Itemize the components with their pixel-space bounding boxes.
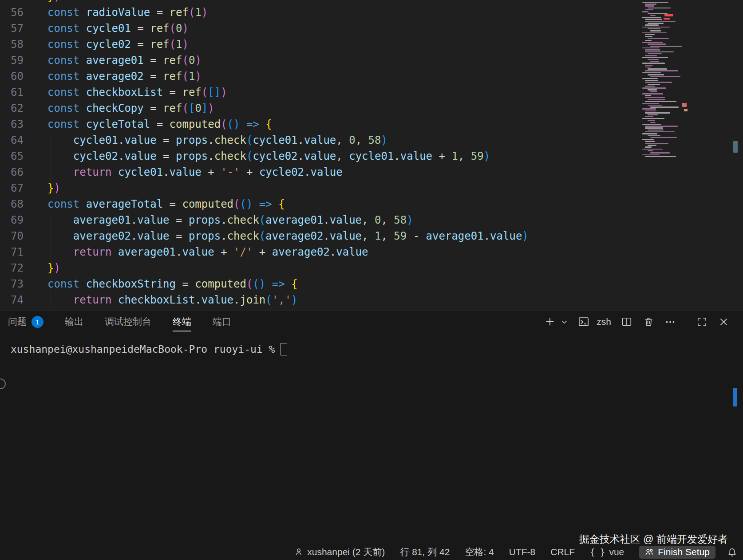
more-actions-ellipsis-button[interactable] (664, 315, 676, 328)
terminal-prompt-text: xushanpei@xushanpeideMacBook-Pro ruoyi-u… (11, 343, 275, 355)
terminal-cursor (281, 343, 287, 355)
line-number: 60 (0, 68, 24, 84)
code-lines[interactable]: 55})56const radioValue = ref(1)57const c… (0, 0, 685, 308)
code-line[interactable]: 57const cycle01 = ref(0) (0, 20, 685, 36)
notifications-bell-button[interactable] (723, 544, 743, 560)
terminal-profile-chevron-down-icon[interactable] (560, 315, 568, 328)
panel-tabs: 问题 1 输出 调试控制台 终端 端口 (8, 311, 231, 332)
line-number: 55 (0, 0, 24, 4)
indentation-label: 空格: 4 (465, 546, 494, 558)
language-mode-label: vue (609, 547, 624, 557)
eol-item[interactable]: CRLF (543, 544, 582, 560)
code-line[interactable]: 63const cycleTotal = computed(() => { (0, 116, 685, 132)
code-line[interactable]: 58const cycle02 = ref(1) (0, 36, 685, 52)
code-line[interactable]: 56const radioValue = ref(1) (0, 4, 685, 20)
tab-output[interactable]: 输出 (65, 311, 83, 332)
line-number: 65 (0, 148, 24, 164)
indentation-item[interactable]: 空格: 4 (457, 544, 501, 560)
tab-output-label: 输出 (65, 315, 83, 328)
finish-setup-item[interactable]: Finish Setup (639, 546, 715, 559)
language-mode-item[interactable]: { } vue (582, 544, 632, 560)
new-terminal-button[interactable] (544, 315, 556, 328)
maximize-panel-button[interactable] (696, 315, 708, 328)
problems-count-badge: 1 (32, 316, 43, 328)
tab-ports[interactable]: 端口 (213, 311, 231, 332)
tab-debug-console[interactable]: 调试控制台 (105, 311, 151, 332)
encoding-label: UTF-8 (509, 547, 536, 557)
code-line[interactable]: 73const checkboxString = computed(() => … (0, 276, 685, 292)
eol-label: CRLF (550, 547, 575, 557)
vscode-window: 55})56const radioValue = ref(1)57const c… (0, 0, 743, 560)
line-number: 74 (0, 292, 24, 308)
toolbar-divider (686, 316, 686, 327)
line-number: 56 (0, 4, 24, 20)
kill-terminal-trash-button[interactable] (642, 315, 655, 328)
line-number: 69 (0, 212, 24, 228)
line-number: 62 (0, 100, 24, 116)
terminal-scrollbar-thumb[interactable] (733, 388, 737, 406)
code-line[interactable]: 61const checkboxList = ref([]) (0, 84, 685, 100)
split-terminal-button[interactable] (620, 315, 633, 328)
line-number: 61 (0, 84, 24, 100)
code-line[interactable]: 72}) (0, 260, 685, 276)
finish-setup-label: Finish Setup (658, 547, 710, 557)
status-bar: xushanpei (2 天前) 行 81, 列 42 空格: 4 UTF-8 … (0, 544, 743, 560)
code-line[interactable]: 64 cycle01.value = props.check(cycle01.v… (0, 132, 685, 148)
shell-name-label[interactable]: zsh (597, 316, 611, 327)
line-number: 57 (0, 20, 24, 36)
minimap-warning-mark (684, 109, 688, 111)
minimap-warning-mark (682, 103, 687, 107)
cursor-position-label: 行 81, 列 42 (400, 546, 450, 558)
code-line[interactable]: 66 return cycle01.value + '-' + cycle02.… (0, 164, 685, 180)
line-number: 63 (0, 116, 24, 132)
code-line[interactable]: 60const average02 = ref(1) (0, 68, 685, 84)
overview-ruler-mark (733, 141, 738, 153)
people-icon (645, 548, 654, 556)
terminal-actions: zsh (544, 315, 743, 328)
tab-ports-label: 端口 (213, 315, 231, 328)
code-line[interactable]: 65 cycle02.value = props.check(cycle02.v… (0, 148, 685, 164)
line-number: 59 (0, 52, 24, 68)
terminal-content[interactable]: xushanpei@xushanpeideMacBook-Pro ruoyi-u… (0, 343, 743, 355)
minimap-error-mark (664, 18, 670, 20)
line-number: 73 (0, 276, 24, 292)
terminal-panel: 问题 1 输出 调试控制台 终端 端口 (0, 311, 743, 544)
person-icon (294, 548, 303, 556)
encoding-item[interactable]: UTF-8 (502, 544, 543, 560)
code-line[interactable]: 68const averageTotal = computed(() => { (0, 196, 685, 212)
code-line[interactable]: 67}) (0, 180, 685, 196)
tab-problems[interactable]: 问题 1 (8, 311, 43, 332)
close-panel-button[interactable] (717, 315, 730, 328)
tab-terminal-label: 终端 (173, 315, 191, 328)
code-line[interactable]: 62const checkCopy = ref([0]) (0, 100, 685, 116)
tab-debug-console-label: 调试控制台 (105, 315, 151, 328)
cursor-position-item[interactable]: 行 81, 列 42 (392, 544, 457, 560)
code-editor[interactable]: 55})56const radioValue = ref(1)57const c… (0, 0, 743, 311)
code-line[interactable]: 59const average01 = ref(0) (0, 52, 685, 68)
terminal-command-decoration (0, 379, 6, 389)
tab-terminal[interactable]: 终端 (173, 311, 191, 332)
minimap[interactable] (642, 1, 696, 157)
braces-icon: { } (590, 547, 605, 557)
terminal-icon[interactable] (577, 315, 590, 328)
code-line[interactable]: 69 average01.value = props.check(average… (0, 212, 685, 228)
minimap-code (642, 2, 696, 158)
minimap-error-mark (664, 14, 673, 16)
code-line[interactable]: 70 average02.value = props.check(average… (0, 228, 685, 244)
git-blame-label: xushanpei (2 天前) (307, 546, 385, 558)
line-number: 72 (0, 260, 24, 276)
code-line[interactable]: 71 return average01.value + '/' + averag… (0, 244, 685, 260)
line-number: 58 (0, 36, 24, 52)
line-number: 71 (0, 244, 24, 260)
git-blame-item[interactable]: xushanpei (2 天前) (287, 544, 392, 560)
panel-header: 问题 1 输出 调试控制台 终端 端口 (0, 311, 743, 332)
code-line[interactable]: 74 return checkboxList.value.join(',') (0, 292, 685, 308)
line-number: 68 (0, 196, 24, 212)
line-number: 64 (0, 132, 24, 148)
terminal-prompt-line[interactable]: xushanpei@xushanpeideMacBook-Pro ruoyi-u… (11, 343, 743, 355)
code-line[interactable]: 55}) (0, 0, 685, 4)
tab-problems-label: 问题 (8, 315, 27, 328)
bell-icon (727, 548, 737, 557)
line-number: 70 (0, 228, 24, 244)
line-number: 67 (0, 180, 24, 196)
